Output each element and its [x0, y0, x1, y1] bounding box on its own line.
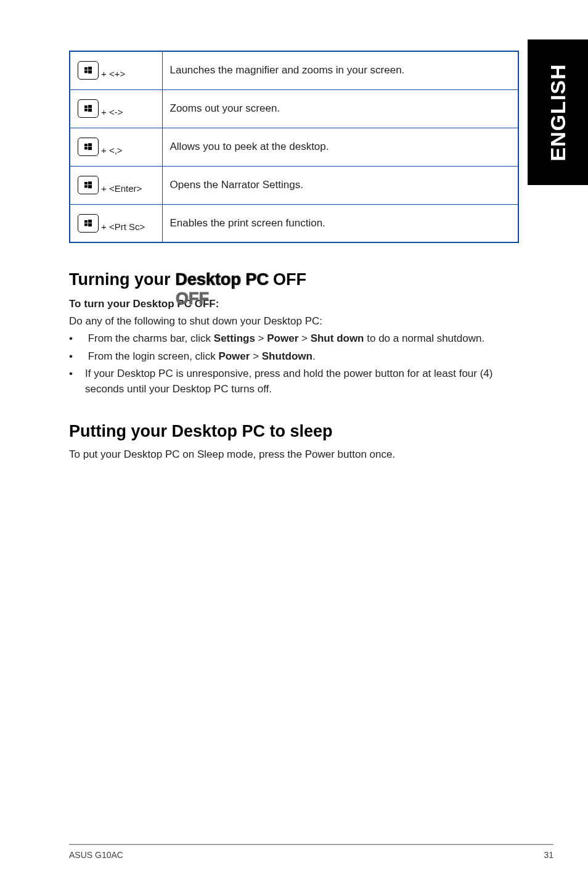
shortcut-description: Allows you to peek at the desktop. [162, 128, 518, 166]
svg-rect-2 [84, 70, 88, 73]
footer-page-number: 31 [544, 850, 553, 860]
table-row: + <+> Launches the magnifier and zooms i… [70, 51, 518, 89]
table-row: + <,> Allows you to peek at the desktop. [70, 128, 518, 166]
windows-key-icon [78, 99, 99, 118]
list-item: From the charms bar, click Settings > Po… [69, 331, 519, 347]
svg-rect-11 [88, 147, 92, 150]
shortcut-description: Enables the print screen function. [162, 204, 518, 242]
svg-rect-16 [84, 220, 88, 223]
svg-rect-3 [88, 70, 92, 73]
svg-rect-17 [88, 220, 92, 223]
svg-rect-13 [88, 181, 92, 184]
svg-rect-10 [84, 147, 88, 149]
svg-rect-5 [88, 105, 92, 108]
windows-key-icon [78, 214, 99, 233]
footer-model: ASUS G10AC [69, 850, 123, 860]
key-cell: + <Prt Sc> [70, 204, 162, 242]
shortcut-description: Launches the magnifier and zooms in your… [162, 51, 518, 89]
svg-rect-0 [84, 67, 88, 70]
shutdown-steps-list: From the charms bar, click Settings > Po… [69, 331, 519, 397]
page-footer: ASUS G10AC 31 [69, 844, 553, 860]
key-combo-label: + <+> [101, 68, 125, 79]
language-label: ENGLISH [546, 64, 570, 161]
key-combo-label: + <,> [101, 145, 123, 155]
heading-sleep: Putting your Desktop PC to sleep [69, 422, 519, 441]
svg-rect-7 [88, 109, 92, 112]
svg-rect-1 [88, 67, 92, 70]
heading-bold: Desktop PC OFF [175, 270, 306, 289]
key-cell: + <+> [70, 51, 162, 89]
svg-rect-12 [84, 182, 88, 184]
key-combo-label: + <-> [101, 107, 123, 117]
shortcut-table: + <+> Launches the magnifier and zooms i… [69, 51, 519, 243]
svg-rect-14 [84, 185, 88, 188]
windows-key-icon [78, 61, 99, 80]
key-cell: + <Enter> [70, 166, 162, 204]
windows-key-icon [78, 176, 99, 194]
lead-text: Do any of the following to shut down you… [69, 315, 519, 328]
list-item: If your Desktop PC is unresponsive, pres… [69, 366, 519, 397]
key-combo-label: + <Prt Sc> [101, 221, 145, 232]
table-row: + <-> Zooms out your screen. [70, 89, 518, 128]
svg-rect-8 [84, 144, 88, 146]
key-cell: + <,> [70, 128, 162, 166]
svg-rect-6 [84, 109, 88, 111]
table-row: + <Prt Sc> Enables the print screen func… [70, 204, 518, 242]
svg-rect-9 [88, 143, 92, 146]
list-item: From the login screen, click Power > Shu… [69, 349, 519, 365]
shortcut-description: Zooms out your screen. [162, 89, 518, 128]
heading-turn-off: Turning your Desktop PC OFF [69, 270, 519, 289]
svg-rect-15 [88, 185, 92, 188]
svg-rect-4 [84, 105, 88, 108]
key-cell: + <-> [70, 89, 162, 128]
heading-prefix: Turning your [69, 270, 175, 289]
footer-divider [69, 844, 553, 845]
page-content: + <+> Launches the magnifier and zooms i… [69, 51, 519, 461]
language-side-tab: ENGLISH [528, 39, 588, 185]
svg-rect-19 [88, 223, 92, 226]
sleep-body: To put your Desktop PC on Sleep mode, pr… [69, 448, 519, 461]
windows-key-icon [78, 138, 99, 156]
key-combo-label: + <Enter> [101, 183, 142, 194]
table-row: + <Enter> Opens the Narrator Settings. [70, 166, 518, 204]
shortcut-description: Opens the Narrator Settings. [162, 166, 518, 204]
svg-rect-18 [84, 223, 88, 226]
